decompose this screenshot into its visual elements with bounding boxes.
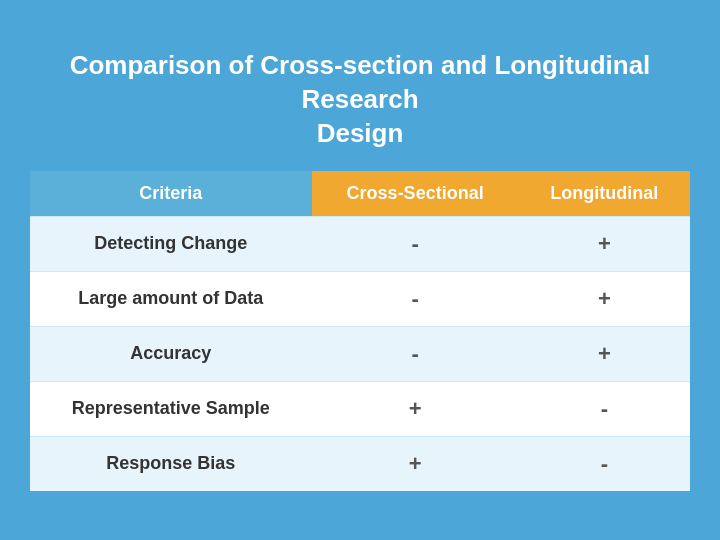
page-title: Comparison of Cross-section and Longitud… <box>30 49 690 150</box>
cell-cross: + <box>312 381 519 436</box>
cell-longitudinal: + <box>519 271 690 326</box>
cell-criteria: Large amount of Data <box>30 271 312 326</box>
cell-criteria: Response Bias <box>30 436 312 491</box>
title-line1: Comparison of Cross-section and Longitud… <box>70 50 651 114</box>
title-line2: Design <box>317 118 404 148</box>
cell-criteria: Detecting Change <box>30 216 312 271</box>
table-row: Accuracy-+ <box>30 326 690 381</box>
header-criteria: Criteria <box>30 171 312 217</box>
cell-cross: + <box>312 436 519 491</box>
cell-cross: - <box>312 216 519 271</box>
main-container: Comparison of Cross-section and Longitud… <box>20 29 700 510</box>
cell-cross: - <box>312 326 519 381</box>
table-row: Response Bias+- <box>30 436 690 491</box>
header-cross-sectional: Cross-Sectional <box>312 171 519 217</box>
cell-cross: - <box>312 271 519 326</box>
header-longitudinal: Longitudinal <box>519 171 690 217</box>
cell-longitudinal: - <box>519 436 690 491</box>
comparison-table: Criteria Cross-Sectional Longitudinal De… <box>30 171 690 491</box>
cell-criteria: Representative Sample <box>30 381 312 436</box>
table-row: Large amount of Data-+ <box>30 271 690 326</box>
cell-longitudinal: + <box>519 216 690 271</box>
cell-longitudinal: - <box>519 381 690 436</box>
cell-longitudinal: + <box>519 326 690 381</box>
table-row: Representative Sample+- <box>30 381 690 436</box>
cell-criteria: Accuracy <box>30 326 312 381</box>
table-header-row: Criteria Cross-Sectional Longitudinal <box>30 171 690 217</box>
table-row: Detecting Change-+ <box>30 216 690 271</box>
